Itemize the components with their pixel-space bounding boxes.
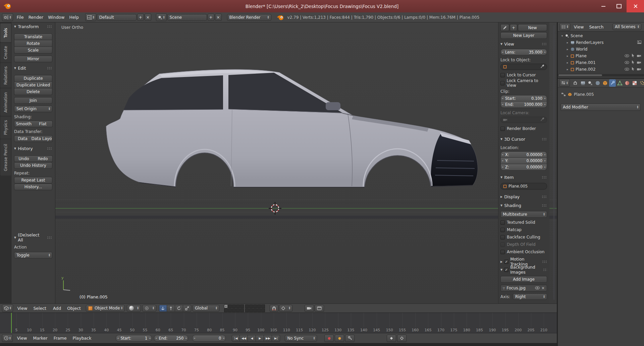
layer-toggle[interactable] xyxy=(253,308,257,312)
panel-header-view[interactable]: View xyxy=(500,41,547,47)
restrict-render-camera-icon[interactable] xyxy=(637,60,641,65)
outliner-item-world[interactable]: ▸World xyxy=(558,46,644,53)
editor-type-button[interactable] xyxy=(2,13,13,21)
layer-toggle[interactable] xyxy=(232,308,236,312)
delete-screen-layout-button[interactable]: × xyxy=(145,14,151,21)
panel-header-background-images[interactable]: Background Images xyxy=(500,267,547,273)
properties-tab-material[interactable] xyxy=(624,79,631,87)
panel-drag-icon[interactable] xyxy=(542,260,547,263)
panel-drag-icon[interactable] xyxy=(542,204,547,207)
layer-toggle[interactable] xyxy=(240,304,244,308)
collapse-icon[interactable]: ▾ xyxy=(560,34,564,38)
panel-header-history[interactable]: History xyxy=(14,145,52,151)
frame-end-field[interactable]: End:250 xyxy=(154,335,188,342)
backface-culling-checkbox[interactable]: Backface Culling xyxy=(500,234,547,240)
orientation-dropdown[interactable]: Global xyxy=(193,305,219,312)
restrict-select-cursor-icon[interactable] xyxy=(632,54,635,58)
panel-header-motion-tracking[interactable]: Motion Tracking xyxy=(500,259,547,265)
menu-marker[interactable]: Marker xyxy=(32,336,48,341)
duplicate-linked-button[interactable]: Duplicate Linked xyxy=(14,82,52,88)
layer-toggle[interactable] xyxy=(249,304,253,308)
properties-tab-render-layers[interactable] xyxy=(580,79,586,87)
restrict-render-camera-icon[interactable] xyxy=(637,67,641,72)
layer-toggle[interactable] xyxy=(236,308,240,312)
menu-playback[interactable]: Playback xyxy=(72,336,93,341)
visibility-eye-icon[interactable] xyxy=(535,286,540,290)
insert-keyframe-menu-button[interactable] xyxy=(387,335,396,342)
outliner-hscrollbar[interactable] xyxy=(558,74,644,76)
sync-dropdown[interactable]: No Sync xyxy=(285,335,317,342)
duplicate-button[interactable]: Duplicate xyxy=(14,75,52,82)
cursor-y-field[interactable]: Y:0.00000 xyxy=(500,158,547,164)
lock-object-field[interactable] xyxy=(500,64,547,70)
shading-mode-dropdown[interactable]: Multitexture xyxy=(500,211,547,218)
ambient-occlusion-checkbox[interactable]: Ambient Occlusion xyxy=(500,249,547,255)
restrict-select-cursor-icon[interactable] xyxy=(632,60,635,65)
outliner-item-scene[interactable]: ▾Scene xyxy=(558,32,644,39)
properties-tab-object[interactable] xyxy=(602,79,608,87)
snap-element-dropdown[interactable] xyxy=(279,305,292,312)
panel-drag-icon[interactable] xyxy=(542,195,547,198)
expand-icon[interactable]: ▸ xyxy=(566,41,569,44)
panel-drag-icon[interactable] xyxy=(543,268,547,271)
menu-search[interactable]: Search xyxy=(588,24,604,29)
panel-drag-icon[interactable] xyxy=(542,43,547,46)
layer-toggle[interactable] xyxy=(253,304,257,308)
opengl-render-button[interactable] xyxy=(305,305,314,312)
panel-drag-icon[interactable] xyxy=(47,147,52,150)
add-modifier-dropdown[interactable]: Add Modifier xyxy=(560,103,641,111)
frame-start-field[interactable]: Start:1 xyxy=(116,335,152,342)
layer-toggle[interactable] xyxy=(224,308,228,312)
layer-toggle[interactable] xyxy=(261,304,265,308)
menu-select[interactable]: Select xyxy=(32,306,47,311)
clip-start-field[interactable]: Start:0.100 xyxy=(500,95,547,101)
data-transfer-data-button[interactable]: Data xyxy=(14,135,31,142)
outliner-filter-dropdown[interactable]: All Scenes xyxy=(612,23,641,30)
scene-field[interactable]: Scene xyxy=(167,14,207,21)
snap-toggle-button[interactable] xyxy=(270,305,278,312)
titlebar[interactable]: Blender* [C:\Users\Rick_2\Desktop\Focus … xyxy=(0,0,644,12)
tab-create[interactable]: Create xyxy=(0,43,11,62)
add-image-button[interactable]: Add Image xyxy=(500,276,547,283)
panel-drag-icon[interactable] xyxy=(542,138,547,141)
translate-manipulator-button[interactable] xyxy=(167,305,175,312)
properties-tab-scene[interactable] xyxy=(587,79,594,87)
menu-window[interactable]: Window xyxy=(47,15,65,20)
panel-header-shading[interactable]: Shading xyxy=(500,202,547,208)
repeat-history-button[interactable]: History... xyxy=(14,184,52,190)
scene-icon-button[interactable] xyxy=(156,13,167,21)
undo-button[interactable]: Undo xyxy=(14,155,34,162)
undo-history-button[interactable]: Undo History xyxy=(14,162,52,169)
restrict-render-camera-icon[interactable] xyxy=(637,54,641,58)
layer-toggle[interactable] xyxy=(257,308,261,312)
layer-toggle[interactable] xyxy=(228,304,232,308)
motion-tracking-checkbox[interactable] xyxy=(504,259,508,264)
restrict-select-cursor-icon[interactable] xyxy=(632,67,635,72)
delete-keyframe-menu-button[interactable] xyxy=(397,335,407,342)
menu-add[interactable]: Add xyxy=(52,306,62,311)
manipulator-toggle-button[interactable] xyxy=(159,305,167,312)
repeat-last-button[interactable]: Repeat Last xyxy=(14,177,52,184)
properties-tab-render[interactable] xyxy=(572,79,579,87)
restrict-view-eye-icon[interactable] xyxy=(625,60,629,65)
new-layer-button[interactable]: New Layer xyxy=(500,32,547,39)
editor-type-button[interactable] xyxy=(559,23,570,31)
breadcrumb-object-name[interactable]: Plane.005 xyxy=(574,92,594,97)
add-screen-layout-button[interactable]: + xyxy=(137,14,144,21)
panel-drag-icon[interactable] xyxy=(47,25,52,28)
layer-toggle[interactable] xyxy=(245,308,249,312)
set-origin-dropdown[interactable]: Set Origin xyxy=(14,106,52,112)
current-frame-field[interactable]: 0 xyxy=(192,335,226,342)
tab-grease-pencil[interactable]: Grease Pencil xyxy=(0,139,11,176)
minimize-button[interactable] xyxy=(596,0,611,12)
jump-to-start-button[interactable]: |◀ xyxy=(232,335,240,342)
textured-solid-checkbox[interactable]: Textured Solid xyxy=(500,220,547,225)
redo-button[interactable]: Redo xyxy=(33,155,53,162)
grease-pencil-brush-button[interactable] xyxy=(500,24,509,31)
layer-toggle[interactable] xyxy=(228,308,232,312)
outliner-item-plane.001[interactable]: ▸Plane.001 xyxy=(558,59,644,66)
expand-icon[interactable]: ▽ xyxy=(503,287,505,290)
car-model[interactable] xyxy=(106,69,478,187)
lock-camera-checkbox[interactable]: Lock Camera to View xyxy=(500,80,547,86)
cursor-z-field[interactable]: Z:0.00000 xyxy=(500,164,547,170)
